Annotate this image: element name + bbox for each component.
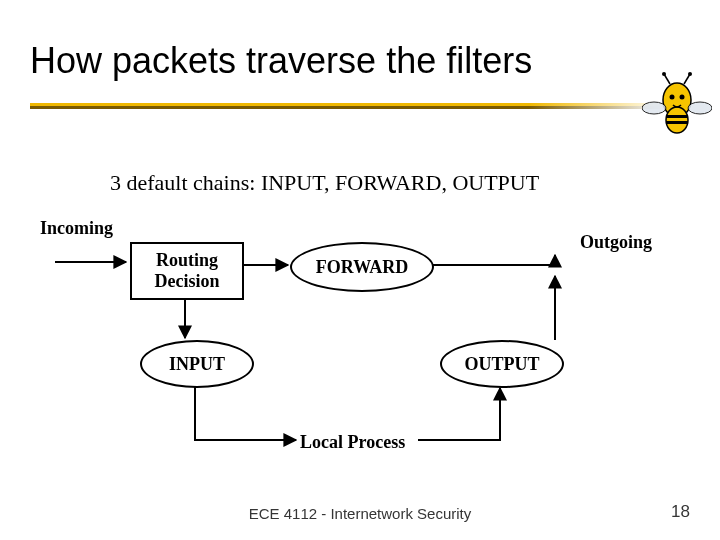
svg-point-10 <box>662 72 666 76</box>
arrow-input-to-local <box>195 386 296 440</box>
slide: How packets traverse the filters <box>0 0 720 540</box>
local-process-label: Local Process <box>300 432 405 453</box>
routing-decision-node: Routing Decision <box>130 242 244 300</box>
arrow-forward-to-outgoing <box>432 255 555 265</box>
svg-rect-5 <box>666 121 688 124</box>
slide-title: How packets traverse the filters <box>30 40 532 82</box>
incoming-label: Incoming <box>40 218 113 239</box>
svg-point-3 <box>666 107 688 133</box>
title-underline <box>30 100 670 120</box>
subtitle: 3 default chains: INPUT, FORWARD, OUTPUT <box>110 170 539 196</box>
forward-node: FORWARD <box>290 242 434 292</box>
svg-rect-4 <box>666 115 688 118</box>
svg-rect-1 <box>30 103 670 106</box>
svg-point-12 <box>642 102 666 114</box>
arrow-local-to-output <box>418 388 500 440</box>
footer-text: ECE 4112 - Internetwork Security <box>0 505 720 522</box>
svg-rect-0 <box>30 106 670 109</box>
svg-point-7 <box>680 95 685 100</box>
svg-point-6 <box>670 95 675 100</box>
mascot-icon <box>642 70 712 140</box>
input-node: INPUT <box>140 340 254 388</box>
slide-number: 18 <box>671 502 690 522</box>
svg-point-13 <box>688 102 712 114</box>
svg-point-11 <box>688 72 692 76</box>
outgoing-label: Outgoing <box>580 232 652 253</box>
output-node: OUTPUT <box>440 340 564 388</box>
